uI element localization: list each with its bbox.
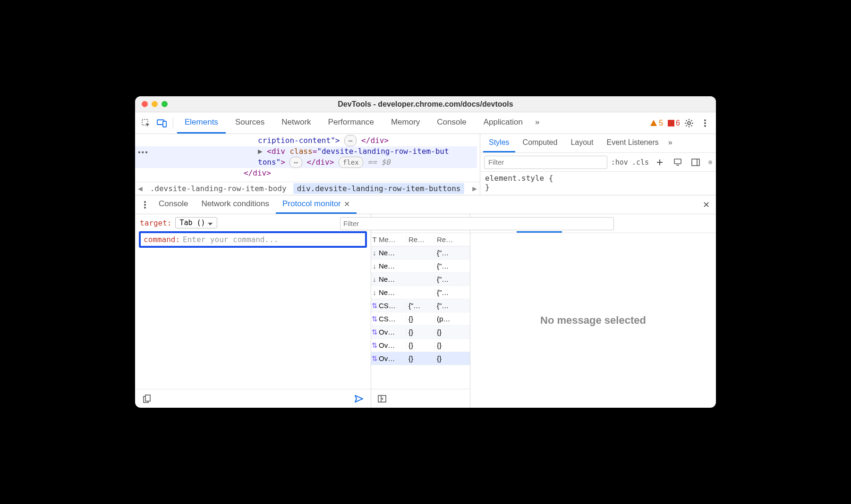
table-row[interactable]: ↓Ne…{"…	[371, 260, 470, 273]
breadcrumb-scroll-left-icon[interactable]: ◀	[137, 184, 144, 193]
issues-badges[interactable]: 5 6	[650, 119, 680, 127]
send-command-icon[interactable]	[352, 392, 366, 406]
ellipsis-chip-icon[interactable]: ⋯	[289, 157, 302, 168]
device-mode-icon[interactable]	[671, 155, 685, 169]
tab-performance[interactable]: Performance	[321, 112, 382, 134]
cell-request: {}	[406, 341, 434, 349]
tab-network[interactable]: Network	[274, 112, 318, 134]
flex-badge[interactable]: flex	[339, 157, 363, 168]
styles-toolbar: :hov .cls	[480, 153, 716, 172]
more-menu-icon[interactable]	[698, 116, 712, 130]
table-row[interactable]: ↓Ne…{"…	[371, 246, 470, 260]
col-type[interactable]: T	[371, 235, 378, 244]
cell-response: (p…	[434, 315, 463, 323]
tab-memory[interactable]: Memory	[383, 112, 427, 134]
styles-rule-element[interactable]: element.style { }	[480, 172, 716, 193]
code-text: cription-content">	[258, 136, 340, 145]
error-count: 6	[676, 119, 680, 127]
toggle-cls-button[interactable]: .cls	[632, 158, 649, 167]
inspect-element-icon[interactable]	[139, 116, 153, 130]
command-input[interactable]	[183, 235, 362, 244]
table-row[interactable]: ⇅CS…{}(p…	[371, 312, 470, 326]
warning-badge[interactable]: 5	[650, 119, 663, 127]
close-window-button[interactable]	[142, 101, 148, 107]
table-row[interactable]: ⇅Ov…{}{}	[371, 352, 470, 365]
drawer-tabs: Console Network conditions Protocol moni…	[135, 195, 716, 214]
cell-response: {}	[434, 341, 463, 349]
col-request[interactable]: Re…	[406, 235, 434, 244]
new-style-rule-icon[interactable]	[653, 155, 667, 169]
error-badge[interactable]: 6	[668, 119, 680, 127]
status-dot-icon	[708, 160, 712, 164]
cell-response: {"…	[434, 302, 463, 310]
target-label: target:	[140, 218, 171, 227]
settings-icon[interactable]	[682, 116, 696, 130]
drawer-tab-protocol-monitor[interactable]: Protocol monitor ✕	[276, 195, 357, 214]
table-row[interactable]: ⇅Ov…{}{}	[371, 339, 470, 352]
cell-response: {"…	[434, 288, 463, 296]
panel-layout-icon[interactable]	[375, 392, 389, 406]
pm-command-pane: target: Tab () command:	[135, 214, 371, 408]
zoom-window-button[interactable]	[162, 101, 168, 107]
copy-icon[interactable]	[140, 392, 154, 406]
minimize-window-button[interactable]	[152, 101, 158, 107]
table-row[interactable]: ↓Ne…{"…	[371, 273, 470, 286]
traffic-lights	[142, 101, 168, 107]
protocol-monitor-panel: target: Tab () command:	[135, 214, 716, 408]
svg-point-6	[704, 122, 706, 124]
table-row[interactable]: ⇅Ov…{}{}	[371, 326, 470, 339]
code-text: </div>	[244, 168, 271, 177]
arrow-updown-icon: ⇅	[371, 315, 378, 323]
subtab-layout[interactable]: Layout	[565, 134, 599, 152]
breadcrumb-scroll-right-icon[interactable]: ▶	[471, 184, 478, 193]
tab-elements[interactable]: Elements	[177, 112, 226, 134]
code-text: </div>	[307, 158, 334, 167]
table-row[interactable]: ↓Ne…{"…	[371, 286, 470, 299]
breadcrumb-item-selected[interactable]: div.devsite-landing-row-item-buttons	[293, 183, 465, 194]
dom-tree[interactable]: ••• cription-content"> ⋯ </div> ▶ <div c…	[135, 134, 480, 195]
toggle-sidebar-icon[interactable]	[689, 155, 703, 169]
pm-mid-footer	[371, 389, 470, 408]
tab-application[interactable]: Application	[476, 112, 530, 134]
command-input-row: command:	[139, 231, 367, 248]
window-title: DevTools - developer.chrome.com/docs/dev…	[135, 100, 716, 109]
drawer-tab-network-conditions[interactable]: Network conditions	[195, 195, 276, 214]
collapsed-ancestors-icon[interactable]: •••	[138, 148, 149, 157]
device-toggle-icon[interactable]	[155, 116, 169, 130]
command-label: command:	[144, 235, 180, 244]
drawer-more-icon[interactable]	[138, 198, 152, 212]
table-row[interactable]: ⇅CS…{"…{"…	[371, 299, 470, 312]
styles-sidebar: Styles Computed Layout Event Listeners »…	[480, 134, 716, 195]
close-tab-icon[interactable]: ✕	[344, 200, 350, 209]
svg-point-11	[144, 201, 146, 203]
tab-console[interactable]: Console	[429, 112, 474, 134]
svg-point-12	[144, 204, 146, 206]
toggle-hov-button[interactable]: :hov	[611, 158, 628, 167]
styles-filter-input[interactable]	[484, 156, 607, 169]
cell-response: {"…	[434, 262, 463, 270]
svg-rect-3	[668, 120, 674, 126]
drawer-tab-console[interactable]: Console	[152, 195, 195, 214]
pm-left-footer	[135, 389, 371, 408]
tab-sources[interactable]: Sources	[228, 112, 272, 134]
col-response[interactable]: Re…	[434, 235, 463, 244]
pm-filter-input[interactable]	[340, 217, 614, 230]
ellipsis-chip-icon[interactable]: ⋯	[344, 135, 357, 146]
pm-mid-toolbar	[371, 214, 470, 233]
cell-response: {}	[434, 354, 463, 362]
target-select[interactable]: Tab ()	[175, 217, 217, 228]
subtab-styles[interactable]: Styles	[483, 134, 515, 152]
cell-method: Ne…	[378, 249, 406, 257]
cell-method: Ne…	[378, 262, 406, 270]
cell-response: {}	[434, 328, 463, 336]
subtab-overflow[interactable]: »	[666, 134, 674, 152]
breadcrumb-item[interactable]: .devsite-landing-row-item-body	[146, 183, 290, 194]
tab-overflow[interactable]: »	[532, 112, 542, 134]
subtab-computed[interactable]: Computed	[517, 134, 563, 152]
drawer-close-icon[interactable]: ✕	[699, 200, 713, 210]
subtab-event-listeners[interactable]: Event Listeners	[601, 134, 664, 152]
main-tab-bar: Elements Sources Network Performance Mem…	[135, 112, 716, 134]
cell-method: CS…	[378, 315, 406, 323]
col-method[interactable]: Me…	[378, 235, 406, 244]
breadcrumb: ◀ .devsite-landing-row-item-body div.dev…	[135, 182, 480, 195]
